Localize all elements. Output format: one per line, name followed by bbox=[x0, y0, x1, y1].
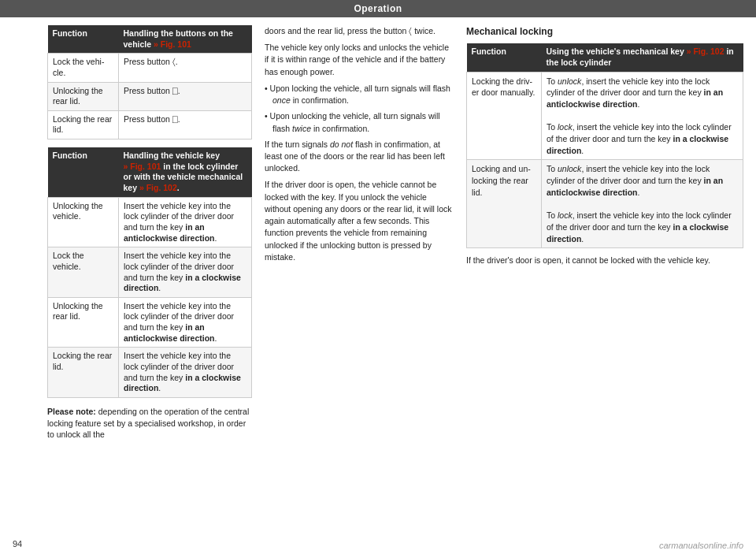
page-number: 94 bbox=[13, 539, 22, 549]
table1-row3-col2: Press button ⎕. bbox=[119, 110, 252, 139]
table2-row2-col1: Lock the vehicle. bbox=[48, 247, 119, 298]
mech-table: Function Using the vehicle's mechani­cal… bbox=[466, 43, 743, 248]
table1-col2-header: Handling the buttons on the vehicle » Fi… bbox=[119, 25, 252, 54]
mech-table-col1-header: Function bbox=[467, 43, 542, 72]
left-column: Function Handling the buttons on the veh… bbox=[47, 25, 252, 550]
page-header: Operation bbox=[0, 0, 756, 17]
table1: Function Handling the buttons on the veh… bbox=[47, 25, 252, 140]
please-note-label: Please note: bbox=[47, 407, 96, 416]
table1-row1-col2: Press button 〈. bbox=[119, 54, 252, 82]
mech-locking-title: Mechanical locking bbox=[466, 25, 743, 39]
please-note: Please note: depending on the operation … bbox=[47, 406, 252, 441]
middle-column: doors and the rear lid, press the button… bbox=[265, 25, 454, 550]
table2-row2-col2: Insert the vehicle key into the lock cyl… bbox=[119, 247, 252, 298]
middle-para4: If the driver door is open, the vehicle … bbox=[265, 179, 454, 263]
middle-bullet2: • Upon unlocking the vehicle, all turn s… bbox=[265, 110, 454, 134]
table2: Function Handling the vehicle key » Fig.… bbox=[47, 147, 252, 398]
table2-row3-col2: Insert the vehicle key into the lock cyl… bbox=[119, 297, 252, 348]
mech-table-col2-header: Using the vehicle's mechani­cal key » Fi… bbox=[542, 43, 743, 72]
middle-para2: The vehicle key only locks and unlocks t… bbox=[265, 42, 454, 78]
mech-row1-col1: Locking the driv­er door manually. bbox=[467, 72, 542, 160]
mech-row2-col1: Locking and un­locking the rear lid. bbox=[467, 160, 542, 248]
table2-row1-col2: Insert the vehicle key into the lock cyl… bbox=[119, 197, 252, 247]
table2-row1-col1: Unlocking the vehicle. bbox=[48, 197, 119, 247]
mech-row1-col2: To unlock, insert the vehicle key into t… bbox=[542, 72, 743, 160]
table2-row4-col1: Locking the rear lid. bbox=[48, 348, 119, 398]
table1-col1-header: Function bbox=[48, 25, 119, 54]
table2-row4-col2: Insert the vehicle key into the lock cyl… bbox=[119, 348, 252, 398]
table2-row3-col1: Unlocking the rear lid. bbox=[48, 297, 119, 348]
middle-bullet1: • Upon locking the vehicle, all turn sig… bbox=[265, 83, 454, 106]
middle-para1: doors and the rear lid, press the button… bbox=[265, 25, 454, 37]
header-title: Operation bbox=[354, 3, 402, 14]
watermark: carmanualsonline.info bbox=[659, 541, 743, 550]
table2-col2-header: Handling the vehicle key » Fig. 101 in t… bbox=[119, 147, 252, 197]
table1-row2-col1: Unlocking the rear lid. bbox=[48, 82, 119, 110]
middle-para3: If the turn signals do not flash in conf… bbox=[265, 139, 454, 175]
table1-row2-col2: Press button ⎕. bbox=[119, 82, 252, 110]
mech-note: If the driver's door is open, it cannot … bbox=[466, 255, 743, 266]
mech-row2-col2: To unlock, insert the vehicle key into t… bbox=[542, 160, 743, 248]
table1-row1-col1: Lock the vehi­cle. bbox=[48, 54, 119, 82]
right-column: Mechanical locking Function Using the ve… bbox=[466, 25, 743, 550]
table1-row3-col1: Locking the rear lid. bbox=[48, 110, 119, 139]
table2-col1-header: Function bbox=[48, 147, 119, 197]
